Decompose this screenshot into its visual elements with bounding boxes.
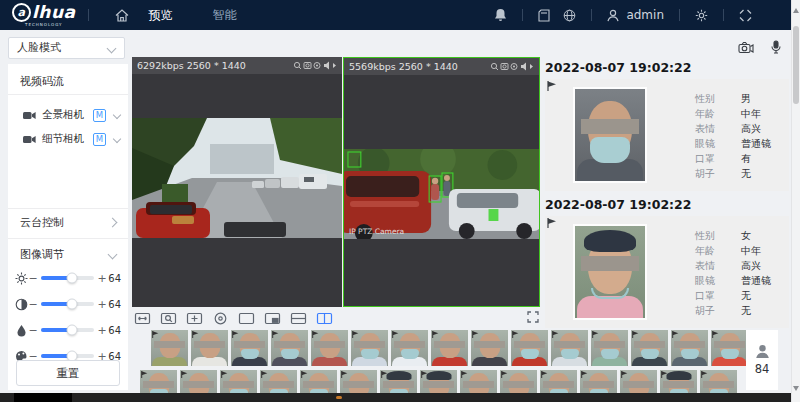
stream-info: 5569kbps 2560 * 1440 <box>349 61 458 72</box>
video-pane-detail-selected[interactable]: IP PTZ Camera 5569kbps 2560 * 1440 <box>343 57 540 307</box>
attribute-value: 有 <box>741 152 751 166</box>
face-thumbnail[interactable] <box>591 330 628 366</box>
single-window-icon[interactable] <box>238 312 255 325</box>
face-thumbnail[interactable] <box>551 330 588 366</box>
tab-preview[interactable]: 预览 <box>149 7 173 24</box>
picture-in-picture-icon[interactable] <box>264 312 281 325</box>
face-thumbnail[interactable] <box>191 330 228 366</box>
capture-counter: 84 <box>746 330 778 390</box>
attribute-label: 年龄 <box>695 244 731 258</box>
settings-icon[interactable] <box>695 9 708 22</box>
person-count-icon <box>755 344 770 359</box>
network-icon[interactable] <box>563 9 576 22</box>
slider-value: 64 <box>107 325 121 336</box>
slider-knob[interactable] <box>66 325 77 336</box>
regional-focus-icon[interactable] <box>186 312 203 325</box>
microphone-icon[interactable] <box>771 40 781 54</box>
pane-control-icons[interactable] <box>490 62 534 71</box>
capture-camera-icon[interactable] <box>738 41 754 54</box>
attribute-value: 高兴 <box>741 259 761 273</box>
face-thumbnail[interactable] <box>711 330 748 366</box>
image-adjust-section-header[interactable]: 图像调节 <box>8 242 128 266</box>
reset-button[interactable]: 重置 <box>16 360 120 386</box>
chevron-down-icon[interactable] <box>113 111 121 119</box>
event-card[interactable]: 2022-08-07 19:02:22 性别女年龄中年表情高兴眼镜普通镜口罩无胡… <box>545 197 789 328</box>
slider-knob[interactable] <box>66 299 77 310</box>
scroll-up-icon[interactable] <box>793 8 799 13</box>
scrollbar[interactable] <box>791 0 800 402</box>
nav-divider <box>88 9 89 21</box>
nav-divider <box>522 9 523 21</box>
bottom-bar-segment <box>14 393 72 402</box>
event-attrs-1: 性别女年龄中年表情高兴眼镜普通镜口罩无胡子无 <box>695 228 771 318</box>
face-thumbnail[interactable] <box>511 330 548 366</box>
saturation-slider[interactable]: −+64 <box>8 322 128 338</box>
video-camera-icon <box>23 135 36 144</box>
digital-zoom-icon[interactable] <box>160 312 177 325</box>
attribute-label: 性别 <box>695 92 731 106</box>
stream-type-badge[interactable]: M <box>93 133 106 146</box>
user-name[interactable]: admin <box>626 8 664 22</box>
pane-info-bar: 6292kbps 2560 * 1440 <box>132 57 342 74</box>
camera-item-detail[interactable]: 细节相机 M <box>8 128 128 150</box>
scrollbar-thumb[interactable] <box>793 26 799 104</box>
decrease-button[interactable]: − <box>28 272 38 285</box>
face-thumbnail[interactable] <box>311 330 348 366</box>
tab-intelligent[interactable]: 智能 <box>213 7 237 24</box>
face-thumbnail[interactable] <box>431 330 468 366</box>
face-thumbnail[interactable] <box>671 330 708 366</box>
mode-select[interactable]: 人脸模式 <box>8 37 125 59</box>
brightness-slider[interactable]: −+64 <box>8 270 128 286</box>
event-attrs-0: 性别男年龄中年表情高兴眼镜普通镜口罩有胡子无 <box>695 91 771 181</box>
face-thumbnail[interactable] <box>351 330 388 366</box>
face-snapshot[interactable] <box>573 87 647 183</box>
increase-button[interactable]: + <box>97 324 107 337</box>
chevron-down-icon[interactable] <box>113 135 121 143</box>
nav-divider <box>723 9 724 21</box>
attribute-value: 普通镜 <box>741 137 771 151</box>
ptz-section-header[interactable]: 云台控制 <box>8 210 128 234</box>
user-icon[interactable] <box>607 9 619 22</box>
video-fullscreen-icon[interactable] <box>527 311 539 323</box>
contrast-slider[interactable]: −+64 <box>8 296 128 312</box>
face-thumbnail[interactable] <box>391 330 428 366</box>
horizontal-split-icon[interactable] <box>290 312 307 325</box>
aspect-ratio-icon[interactable] <box>134 312 151 325</box>
event-card[interactable]: 2022-08-07 19:02:22 性别男年龄中年表情高兴眼镜普通镜口罩有胡… <box>545 60 789 191</box>
face-thumbnail[interactable] <box>471 330 508 366</box>
attribute-label: 表情 <box>695 259 731 273</box>
attribute-label: 胡子 <box>695 304 731 318</box>
camera-item-panoramic[interactable]: 全景相机 M <box>8 104 128 126</box>
decrease-button[interactable]: − <box>28 324 38 337</box>
slider-track[interactable] <box>41 302 94 306</box>
slider-knob[interactable] <box>66 273 77 284</box>
face-thumbnail[interactable] <box>631 330 668 366</box>
decrease-button[interactable]: − <box>28 298 38 311</box>
smart-rule-icon[interactable] <box>212 312 229 325</box>
vertical-split-icon[interactable] <box>316 312 333 325</box>
slider-track[interactable] <box>41 276 94 280</box>
pane-control-icons[interactable] <box>293 61 337 70</box>
attribute-row: 口罩无 <box>695 288 771 303</box>
increase-button[interactable]: + <box>97 298 107 311</box>
slider-track[interactable] <box>41 328 94 332</box>
face-thumbnail[interactable] <box>271 330 308 366</box>
slider-track[interactable] <box>41 354 94 358</box>
bottom-bar <box>0 393 792 402</box>
alarm-bell-icon[interactable] <box>494 8 507 22</box>
home-icon[interactable] <box>115 9 129 22</box>
event-timestamp: 2022-08-07 19:02:22 <box>545 197 789 214</box>
increase-button[interactable]: + <box>97 272 107 285</box>
stream-section-title: 视频码流 <box>20 74 64 89</box>
sd-card-icon[interactable] <box>538 9 550 22</box>
stream-type-badge[interactable]: M <box>93 109 106 122</box>
face-thumbnail[interactable] <box>231 330 268 366</box>
video-pane-panoramic[interactable]: 6292kbps 2560 * 1440 <box>132 57 342 307</box>
bottom-bar-indicator <box>336 396 342 399</box>
navbar: alhua TECHNOLOGY 预览 智能 admin <box>0 0 800 30</box>
scroll-down-icon[interactable] <box>793 386 799 391</box>
face-thumbnail[interactable] <box>151 330 188 366</box>
video-camera-icon <box>23 111 36 120</box>
face-snapshot[interactable] <box>573 224 647 320</box>
fullscreen-icon[interactable] <box>739 9 752 22</box>
